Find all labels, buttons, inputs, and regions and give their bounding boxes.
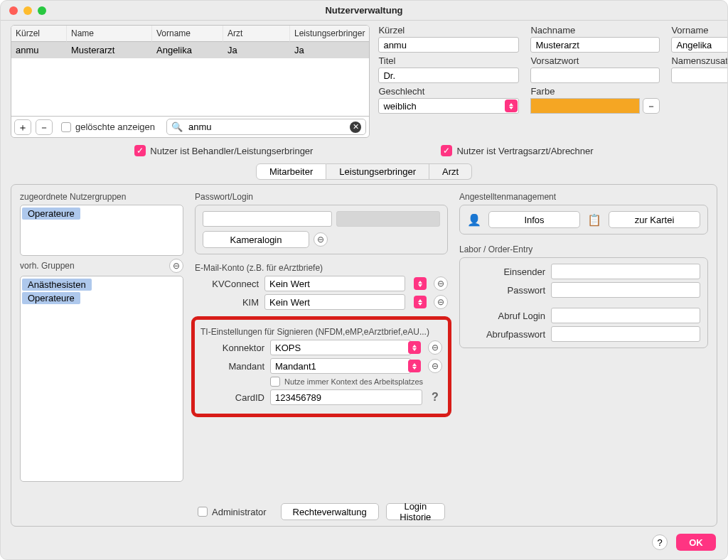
rechteverwaltung-button[interactable]: Rechteverwaltung bbox=[281, 503, 379, 520]
tab-bar: Mitarbeiter Leistungserbringer Arzt bbox=[11, 163, 717, 180]
ok-button[interactable]: OK bbox=[676, 534, 716, 551]
abruf-passwort-field[interactable] bbox=[551, 326, 700, 342]
kameralogin-opt-button[interactable]: ⊖ bbox=[314, 232, 328, 247]
abruf-login-field[interactable] bbox=[551, 308, 700, 323]
cardid-help-icon[interactable]: ? bbox=[428, 391, 442, 404]
vorname-field[interactable] bbox=[671, 37, 728, 53]
kvconnect-opt-button[interactable]: ⊖ bbox=[434, 276, 448, 291]
administrator-checkbox[interactable] bbox=[198, 507, 208, 517]
geschlecht-select[interactable] bbox=[378, 98, 519, 114]
groups-action-button[interactable]: ⊖ bbox=[169, 259, 183, 273]
kim-opt-button[interactable]: ⊖ bbox=[434, 295, 448, 309]
table-row[interactable]: anmu Musterarzt Angelika Ja Ja bbox=[11, 42, 369, 58]
mandant-select[interactable] bbox=[270, 358, 422, 374]
color-swatch[interactable] bbox=[530, 98, 640, 114]
infos-button[interactable]: Infos bbox=[488, 211, 580, 228]
vertragsarzt-checkbox[interactable]: ✓ bbox=[441, 145, 452, 156]
show-deleted-label: gelöschte anzeigen bbox=[75, 122, 155, 132]
behandler-checkbox[interactable]: ✓ bbox=[134, 145, 146, 156]
list-item[interactable]: Operateure bbox=[22, 292, 80, 304]
tab-arzt[interactable]: Arzt bbox=[429, 163, 472, 180]
mandant-opt-button[interactable]: ⊖ bbox=[428, 359, 442, 373]
login-historie-button[interactable]: Login Historie bbox=[386, 503, 445, 520]
user-table[interactable]: Kürzel Name Vorname Arzt Leistungserbrin… bbox=[11, 25, 370, 138]
maximize-icon[interactable] bbox=[38, 6, 46, 15]
chevron-updown-icon bbox=[408, 341, 421, 354]
tab-mitarbeiter[interactable]: Mitarbeiter bbox=[256, 163, 326, 180]
window: Nutzerverwaltung Kürzel Name Vorname Arz… bbox=[0, 0, 728, 560]
ti-settings-highlight: TI-Einstellungen für Signieren (NFDM,eMP… bbox=[193, 318, 449, 415]
window-title: Nutzerverwaltung bbox=[1, 5, 727, 16]
titlebar: Nutzerverwaltung bbox=[1, 1, 727, 21]
chevron-updown-icon bbox=[414, 277, 427, 290]
password-hidden bbox=[336, 211, 440, 227]
namenszusatz-field[interactable] bbox=[671, 68, 728, 83]
zur-kartei-button[interactable]: zur Kartei bbox=[609, 211, 700, 228]
konnektor-opt-button[interactable]: ⊖ bbox=[428, 340, 442, 355]
kvconnect-select[interactable] bbox=[264, 276, 428, 291]
labor-passwort-field[interactable] bbox=[551, 282, 700, 298]
list-item[interactable]: Operateure bbox=[22, 208, 80, 220]
vorsatzwort-field[interactable] bbox=[530, 68, 660, 83]
available-groups-list[interactable]: Anästhesisten Operateure bbox=[20, 276, 183, 482]
chevron-updown-icon bbox=[414, 296, 427, 308]
cardid-field[interactable] bbox=[270, 389, 422, 405]
remove-user-button[interactable]: － bbox=[36, 119, 53, 135]
clear-search-icon[interactable]: ✕ bbox=[350, 122, 361, 133]
chevron-updown-icon bbox=[408, 360, 421, 372]
minimize-icon[interactable] bbox=[23, 6, 32, 15]
chevron-updown-icon bbox=[505, 99, 518, 112]
assigned-groups-list[interactable]: Operateure bbox=[20, 205, 183, 256]
login-field[interactable] bbox=[203, 211, 332, 227]
search-input[interactable] bbox=[187, 121, 346, 133]
kameralogin-button[interactable]: Kameralogin bbox=[203, 231, 309, 248]
search-field[interactable]: 🔍 ✕ bbox=[166, 119, 366, 135]
show-deleted-checkbox[interactable] bbox=[61, 122, 71, 132]
context-checkbox[interactable] bbox=[270, 377, 280, 387]
list-item[interactable]: Anästhesisten bbox=[22, 279, 92, 291]
remove-color-button[interactable]: － bbox=[643, 98, 660, 114]
search-icon: 🔍 bbox=[171, 122, 183, 132]
nachname-field[interactable] bbox=[530, 37, 660, 53]
close-icon[interactable] bbox=[9, 6, 18, 15]
table-header: Kürzel Name Vorname Arzt Leistungserbrin… bbox=[11, 26, 369, 42]
person-icon: 👤 bbox=[467, 213, 481, 227]
einsender-field[interactable] bbox=[551, 264, 700, 279]
kuerzel-field[interactable] bbox=[378, 37, 519, 53]
help-button[interactable]: ? bbox=[652, 534, 668, 550]
kim-select[interactable] bbox=[264, 294, 428, 310]
konnektor-select[interactable] bbox=[270, 340, 422, 355]
clipboard-icon: 📋 bbox=[587, 213, 601, 227]
tab-leistungserbringer[interactable]: Leistungserbringer bbox=[326, 163, 429, 180]
add-user-button[interactable]: ＋ bbox=[14, 119, 31, 135]
titel-field[interactable] bbox=[378, 68, 519, 83]
